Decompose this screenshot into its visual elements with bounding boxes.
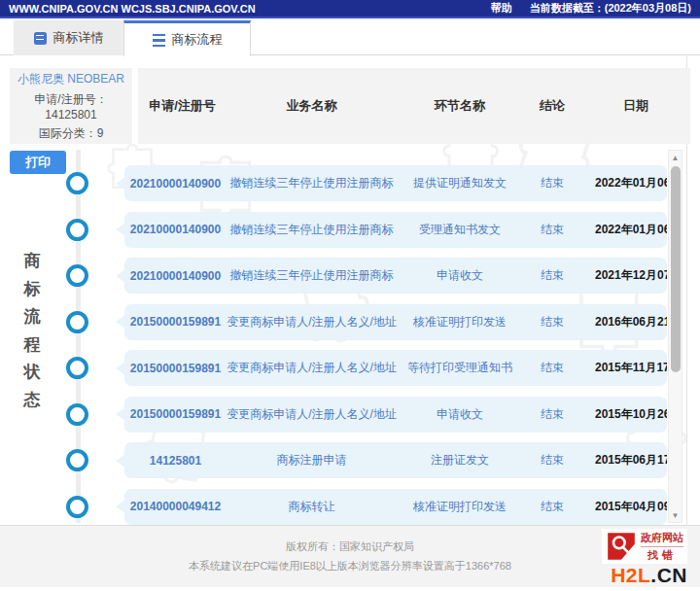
row-step-name: 提供证明通知发文 [397, 175, 523, 191]
table-row: 14125801商标注册申请注册证发文结束2015年06月17日 [66, 442, 667, 478]
row-step-name: 核准证明打印发送 [397, 499, 523, 515]
process-status-vertical-title: 商标流程状态 [22, 248, 42, 414]
table-header-row: 申请/注册号 业务名称 环节名称 结论 日期 [138, 68, 690, 144]
timeline-node-icon [66, 403, 88, 426]
row-bubble[interactable]: 14125801商标注册申请注册证发文结束2015年06月17日 [124, 442, 667, 478]
row-business-name: 撤销连续三年停止使用注册商标 [227, 175, 397, 191]
row-bubble[interactable]: 20210000140900撤销连续三年停止使用注册商标提供证明通知发文结束20… [124, 165, 667, 201]
row-app-number: 20150000159891 [124, 407, 227, 421]
row-business-name: 变更商标申请人/注册人名义/地址 [227, 314, 397, 330]
row-date: 2022年01月06日 [581, 175, 667, 191]
scroll-down-icon[interactable]: ▼ [669, 508, 682, 522]
row-step-name: 注册证发文 [397, 452, 523, 469]
scroll-up-icon[interactable]: ▲ [669, 151, 682, 164]
timeline-node-icon [66, 219, 88, 241]
row-date: 2015年06月17日 [581, 452, 667, 469]
table-row: 20150000159891变更商标申请人/注册人名义/地址核准证明打印发送结束… [66, 304, 667, 340]
row-result: 结束 [523, 360, 581, 376]
row-app-number: 20210000140900 [124, 269, 227, 283]
table-row: 20150000159891变更商标申请人/注册人名义/地址等待打印受理通知书结… [66, 350, 667, 386]
scrollbar-thumb[interactable] [671, 166, 681, 372]
list-icon [153, 34, 165, 47]
header-business-name: 业务名称 [227, 97, 397, 115]
timeline-node-icon [66, 264, 88, 287]
trademark-reg-no: 申请/注册号：14125801 [10, 91, 132, 122]
row-business-name: 撤销连续三年停止使用注册商标 [227, 222, 397, 238]
document-icon [34, 32, 47, 45]
header-app-number: 申请/注册号 [138, 97, 227, 115]
trademark-intl-class: 国际分类：9 [39, 125, 104, 142]
tab-trademark-details[interactable]: 商标详情 [14, 20, 123, 55]
row-result: 结束 [523, 406, 581, 423]
timeline-node-icon [66, 311, 88, 333]
row-result: 结束 [523, 314, 581, 330]
row-business-name: 变更商标申请人/注册人名义/地址 [227, 406, 397, 423]
process-rows: 20210000140900撤销连续三年停止使用注册商标提供证明通知发文结束20… [66, 165, 667, 525]
row-date: 2015年04月09日 [581, 499, 667, 515]
table-row: 20140000049412商标转让核准证明打印发送结束2015年04月09日 [66, 489, 667, 525]
print-button[interactable]: 打印 [10, 151, 66, 174]
watermark-main: H2L [611, 564, 650, 586]
timeline-node-icon [66, 357, 88, 379]
row-business-name: 商标注册申请 [227, 452, 397, 469]
scrollbar[interactable]: ▲ ▼ [668, 150, 682, 523]
site-url: WWW.CNIPA.GOV.CN WCJS.SBJ.CNIPA.GOV.CN [9, 3, 256, 15]
row-business-name: 撤销连续三年停止使用注册商标 [227, 267, 397, 284]
badge-line1: 政府网站 [641, 531, 683, 547]
row-app-number: 20140000049412 [124, 500, 227, 513]
table-row: 20210000140900撤销连续三年停止使用注册商标提供证明通知发文结束20… [66, 165, 667, 201]
row-result: 结束 [523, 175, 581, 191]
row-bubble[interactable]: 20150000159891变更商标申请人/注册人名义/地址申请收文结束2015… [124, 397, 667, 433]
row-bubble[interactable]: 20150000159891变更商标申请人/注册人名义/地址核准证明打印发送结束… [124, 304, 667, 340]
row-step-name: 申请收文 [397, 267, 523, 284]
timeline-node-icon [66, 449, 88, 471]
row-step-name: 核准证明打印发送 [397, 314, 523, 330]
row-business-name: 变更商标申请人/注册人名义/地址 [227, 360, 397, 376]
table-row: 20210000140900撤销连续三年停止使用注册商标受理通知书发文结束202… [66, 212, 667, 248]
row-date: 2022年01月06日 [581, 222, 667, 238]
content-panel: 小熊尼奥 NEOBEAR 申请/注册号：14125801 国际分类：9 申请/注… [0, 56, 700, 525]
row-bubble[interactable]: 20150000159891变更商标申请人/注册人名义/地址等待打印受理通知书结… [124, 350, 667, 386]
tab-label: 商标流程 [172, 31, 223, 49]
row-app-number: 14125801 [124, 454, 227, 468]
data-cutoff-label: 当前数据截至：(2022年03月08日) [530, 1, 691, 16]
help-link[interactable]: 帮助 [491, 1, 512, 16]
row-step-name: 申请收文 [397, 406, 523, 423]
row-bubble[interactable]: 20210000140900撤销连续三年停止使用注册商标受理通知书发文结束202… [124, 212, 667, 248]
tab-trademark-process[interactable]: 商标流程 [123, 20, 251, 56]
row-date: 2015年10月26日 [581, 406, 667, 423]
badge-line2: 找错 [641, 547, 683, 563]
table-row: 20150000159891变更商标申请人/注册人名义/地址申请收文结束2015… [66, 397, 667, 433]
row-app-number: 20210000140900 [124, 177, 227, 191]
timeline-node-icon [66, 496, 88, 518]
copyright-text: 版权所有：国家知识产权局 [0, 526, 700, 554]
row-app-number: 20150000159891 [124, 315, 227, 329]
row-bubble[interactable]: 20140000049412商标转让核准证明打印发送结束2015年04月09日 [124, 489, 667, 525]
row-business-name: 商标转让 [227, 499, 397, 515]
row-date: 2015年11月17日 [581, 360, 667, 376]
row-app-number: 20150000159891 [124, 362, 227, 375]
row-step-name: 受理通知书发文 [397, 222, 523, 238]
row-date: 2021年12月07日 [581, 267, 667, 284]
tab-label: 商标详情 [53, 29, 104, 47]
row-result: 结束 [523, 452, 581, 469]
header-step-name: 环节名称 [397, 97, 523, 115]
gov-error-report-badge[interactable]: 政府网站 找错 [602, 529, 687, 564]
table-row: 20210000140900撤销连续三年停止使用注册商标申请收文结束2021年1… [66, 258, 667, 294]
magnifier-icon [606, 531, 637, 562]
row-result: 结束 [523, 222, 581, 238]
header-result: 结论 [523, 97, 581, 115]
top-bar: WWW.CNIPA.GOV.CN WCJS.SBJ.CNIPA.GOV.CN 帮… [0, 0, 700, 18]
trademark-info-panel: 小熊尼奥 NEOBEAR 申请/注册号：14125801 国际分类：9 [10, 68, 132, 144]
row-result: 结束 [523, 267, 581, 284]
browser-advice-text: 本系统建议在PC端使用IE8以上版本浏览器分辨率设置高于1366*768 [0, 554, 700, 574]
trademark-name-link[interactable]: 小熊尼奥 NEOBEAR [18, 71, 124, 87]
footer: 版权所有：国家知识产权局 本系统建议在PC端使用IE8以上版本浏览器分辨率设置高… [0, 525, 700, 587]
site-watermark: H2L.CN [611, 564, 687, 587]
page: WWW.CNIPA.GOV.CN WCJS.SBJ.CNIPA.GOV.CN 帮… [0, 0, 700, 591]
row-bubble[interactable]: 20210000140900撤销连续三年停止使用注册商标申请收文结束2021年1… [124, 258, 667, 294]
watermark-suffix: .CN [650, 564, 687, 586]
header-date: 日期 [581, 97, 690, 115]
tab-strip: 商标详情 商标流程 [0, 20, 700, 55]
row-app-number: 20210000140900 [124, 223, 227, 236]
